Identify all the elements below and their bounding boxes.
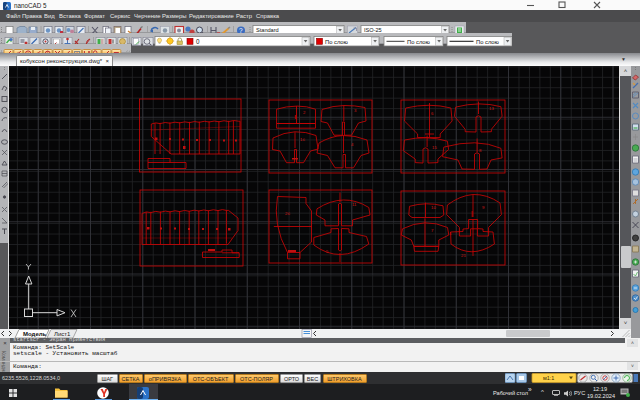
svg-text:По слою: По слою [325, 39, 349, 45]
svg-text:По слою: По слою [407, 39, 431, 45]
svg-text:15: 15 [432, 145, 437, 150]
svg-text:13: 13 [489, 106, 494, 111]
svg-text:10: 10 [431, 205, 436, 210]
svg-text:0: 0 [196, 38, 200, 45]
svg-text:Лист1: Лист1 [54, 331, 71, 337]
svg-text:11: 11 [352, 202, 357, 207]
svg-text:2б: 2б [285, 211, 290, 216]
svg-text:Модель: Модель [23, 331, 47, 337]
svg-text:По слою: По слою [476, 39, 500, 45]
svg-text:21: 21 [461, 253, 466, 258]
svg-text:1б: 1б [300, 137, 305, 142]
svg-text:м1:1: м1:1 [543, 375, 554, 381]
